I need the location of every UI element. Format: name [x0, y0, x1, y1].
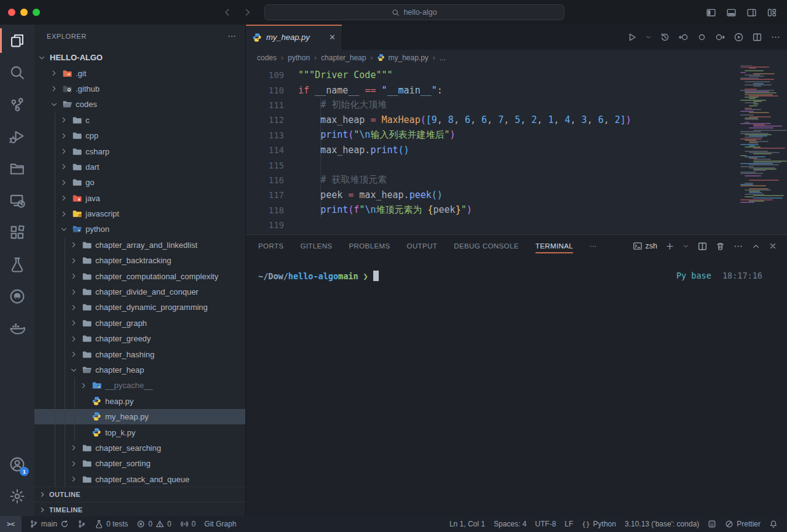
close-window-button[interactable] — [8, 9, 15, 16]
code-line-109[interactable]: 109"""Driver Code""" — [246, 68, 787, 82]
indentation[interactable]: Spaces: 4 — [489, 520, 531, 528]
run-status-icon[interactable] — [734, 32, 744, 42]
eol-sequence[interactable]: LF — [560, 520, 577, 528]
outline-section[interactable]: OUTLINE — [34, 486, 245, 502]
breadcrumb-item[interactable]: ... — [440, 54, 446, 62]
layout-panel-icon[interactable] — [725, 6, 738, 19]
tree-root-hello-algo[interactable]: HELLO-ALGO — [34, 50, 245, 65]
tree-item-cpp[interactable]: cpp — [34, 128, 245, 143]
activity-account-icon[interactable]: 1 — [0, 448, 34, 480]
panel-tab-ports[interactable]: PORTS — [258, 236, 283, 256]
code-line-111[interactable]: 111 # 初始化大顶堆 — [246, 98, 787, 113]
breadcrumb-item[interactable]: my_heap.py — [377, 54, 428, 62]
previous-change-icon[interactable] — [678, 32, 689, 42]
more-actions-icon[interactable] — [770, 32, 781, 42]
breadcrumb-item[interactable]: codes — [257, 54, 277, 62]
language-mode[interactable]: {} Python — [577, 520, 620, 528]
panel-tab-problems[interactable]: PROBLEMS — [349, 236, 390, 256]
tree-item-c[interactable]: c — [34, 113, 245, 128]
code-line-110[interactable]: 110if __name__ == "__main__": — [246, 82, 787, 97]
tree-item-chapter-hashing[interactable]: chapter_hashing — [34, 346, 245, 362]
tree-item-chapter-array-and-linkedlist[interactable]: chapter_array_and_linkedlist — [34, 237, 245, 253]
forward-icon[interactable] — [242, 7, 252, 17]
tree-item-heap-py[interactable]: heap.py — [34, 394, 245, 409]
open-change-icon[interactable] — [697, 32, 707, 42]
code-line-117[interactable]: 117 peek = max_heap.peek() — [246, 188, 787, 202]
tree-item-codes[interactable]: codes — [34, 97, 245, 112]
tree-item-dart[interactable]: dart — [34, 159, 245, 175]
tree-item-csharp[interactable]: csharp — [34, 143, 245, 159]
tree-item-chapter-searching[interactable]: chapter_searching — [34, 440, 245, 456]
close-tab-icon[interactable]: ✕ — [329, 33, 336, 42]
tree-item-chapter-heap[interactable]: chapter_heap — [34, 362, 245, 378]
panel-tab-terminal[interactable]: TERMINAL — [536, 236, 573, 256]
tree-item-chapter-sorting[interactable]: chapter_sorting — [34, 456, 245, 471]
python-interpreter[interactable]: 3.10.13 ('base': conda) — [620, 520, 703, 528]
minimize-window-button[interactable] — [20, 9, 28, 16]
tree-item-my-heap-py[interactable]: my_heap.py — [34, 409, 245, 424]
tree-item-python[interactable]: python — [34, 221, 245, 237]
activity-search-icon[interactable] — [0, 57, 34, 89]
tree-item-top-k-py[interactable]: top_k.py — [34, 424, 245, 440]
split-editor-icon[interactable] — [697, 241, 708, 252]
layout-sidebar-right-icon[interactable] — [745, 6, 758, 19]
activity-extensions-icon[interactable] — [0, 216, 34, 248]
tree-item-go[interactable]: go — [34, 175, 245, 190]
tree-item-java[interactable]: java — [34, 191, 245, 206]
encoding[interactable]: UTF-8 — [531, 520, 560, 528]
code-line-116[interactable]: 116 # 获取堆顶元素 — [246, 173, 787, 188]
tree-item-chapter-greedy[interactable]: chapter_greedy — [34, 331, 245, 346]
back-icon[interactable] — [223, 7, 232, 17]
explorer-more-actions-icon[interactable] — [227, 31, 237, 41]
run-dropdown-icon[interactable] — [682, 243, 689, 250]
breadcrumb-item[interactable]: chapter_heap — [321, 54, 366, 62]
command-center-search[interactable]: hello-algo — [264, 4, 564, 20]
tree-item-chapter-graph[interactable]: chapter_graph — [34, 316, 245, 331]
tree-item--github[interactable]: .github — [34, 81, 245, 97]
panel-more-tabs-icon[interactable]: ⋯ — [590, 236, 597, 256]
remote-indicator[interactable]: >< — [0, 516, 22, 532]
cursor-position[interactable]: Ln 1, Col 1 — [445, 520, 489, 528]
tree-item-chapter-computational-complexity[interactable]: chapter_computational_complexity — [34, 268, 245, 284]
code-line-113[interactable]: 113 print("\n输入列表并建堆后") — [246, 128, 787, 143]
code-line-118[interactable]: 118 print(f"\n堆顶元素为 {peek}") — [246, 203, 787, 218]
more-actions-icon[interactable] — [733, 241, 743, 252]
branch-status[interactable]: main — [25, 516, 73, 532]
split-editor-icon[interactable] — [752, 32, 762, 42]
tree-item--pycache-[interactable]: __pycache__ — [34, 378, 245, 393]
code-line-115[interactable]: 115 — [246, 157, 787, 172]
code-line-119[interactable]: 119 — [246, 218, 787, 232]
run-dropdown-icon[interactable] — [645, 34, 652, 41]
panel-tab-output[interactable]: OUTPUT — [407, 236, 438, 256]
history-icon[interactable] — [660, 32, 670, 42]
activity-docker-icon[interactable] — [0, 312, 34, 344]
problems-status[interactable]: 0 0 — [132, 516, 175, 532]
notifications-bell[interactable] — [765, 520, 782, 528]
tests-status[interactable]: 0 tests — [90, 516, 132, 532]
extension-status[interactable] — [703, 520, 721, 528]
run-icon[interactable] — [627, 32, 637, 42]
chevron-up-icon[interactable] — [751, 242, 761, 251]
plus-icon[interactable] — [665, 242, 674, 251]
panel-tab-gitlens[interactable]: GITLENS — [300, 236, 332, 256]
next-change-icon[interactable] — [715, 32, 726, 42]
prettier-status[interactable]: Prettier — [721, 520, 765, 528]
panel-tab-debug-console[interactable]: DEBUG CONSOLE — [454, 236, 519, 256]
trash-icon[interactable] — [716, 242, 725, 251]
gitlens-status[interactable] — [73, 516, 90, 532]
activity-settings-gear-icon[interactable] — [0, 480, 34, 512]
tree-item-chapter-stack-and-queue[interactable]: chapter_stack_and_queue — [34, 472, 245, 487]
activity-source-control-icon[interactable] — [0, 89, 34, 121]
tree-item-chapter-divide-and-conquer[interactable]: chapter_divide_and_conquer — [34, 284, 245, 300]
ports-status[interactable]: 0 — [176, 516, 200, 532]
activity-files-icon[interactable] — [0, 25, 34, 57]
activity-run-debug-icon[interactable] — [0, 121, 34, 153]
code-editor[interactable]: 109"""Driver Code"""110if __name__ == "_… — [246, 65, 787, 234]
breadcrumb-item[interactable]: python — [288, 54, 310, 62]
activity-testing-icon[interactable] — [0, 248, 34, 280]
zoom-window-button[interactable] — [33, 9, 40, 16]
code-line-114[interactable]: 114 max_heap.print() — [246, 143, 787, 157]
tree-item-chapter-backtracking[interactable]: chapter_backtracking — [34, 253, 245, 268]
tree-item-javascript[interactable]: JSjavascript — [34, 206, 245, 221]
timeline-section[interactable]: TIMELINE — [34, 502, 245, 516]
